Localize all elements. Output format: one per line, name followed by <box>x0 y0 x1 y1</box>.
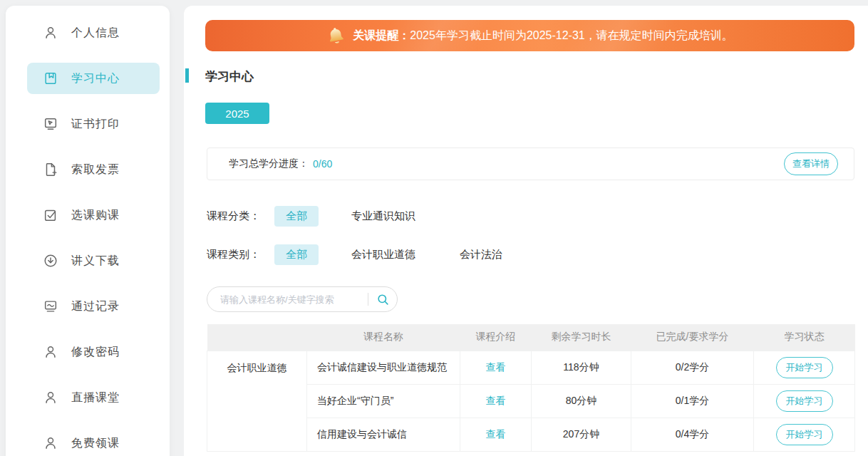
progress-value: 0/60 <box>313 158 332 170</box>
column-header <box>207 324 307 351</box>
study-status-cell: 开始学习 <box>754 418 855 451</box>
course-intro-cell: 查看 <box>460 418 532 451</box>
book-icon <box>43 70 60 87</box>
page-title: 学习中心 <box>205 68 254 85</box>
filter-option[interactable]: 全部 <box>274 206 319 227</box>
sidebar-item-certificate-print[interactable]: 证书打印 <box>27 101 160 147</box>
sidebar-item-handout-download[interactable]: 讲义下载 <box>27 238 160 284</box>
sidebar: 个人信息学习中心证书打印索取发票选课购课讲义下载通过记录修改密码直播课堂免费领课 <box>6 6 170 456</box>
sidebar-item-label: 索取发票 <box>71 162 120 177</box>
table-header-row: 课程名称课程介绍剩余学习时长已完成/要求学分学习状态 <box>207 324 855 351</box>
main-content: 关课提醒： 2025年学习截止时间为2025-12-31，请在规定时间内完成培训… <box>184 6 868 456</box>
filter-option[interactable]: 全部 <box>274 244 319 265</box>
title-accent-bar <box>185 68 189 83</box>
sidebar-item-free-courses[interactable]: 免费领课 <box>27 420 160 456</box>
user-icon <box>43 343 60 361</box>
sidebar-item-label: 修改密码 <box>71 345 120 360</box>
view-intro-link[interactable]: 查看 <box>486 361 506 373</box>
course-name-cell: 信用建设与会计诚信 <box>307 418 460 451</box>
progress-label: 学习总学分进度： <box>229 157 309 170</box>
table-row: 会计职业道德会计诚信建设与职业道德规范查看118分钟0/2学分开始学习 <box>207 351 855 384</box>
sidebar-item-live-classroom[interactable]: 直播课堂 <box>27 375 160 420</box>
course-intro-cell: 查看 <box>460 384 532 418</box>
view-intro-link[interactable]: 查看 <box>486 395 506 406</box>
remaining-time-cell: 207分钟 <box>532 418 631 451</box>
credits-cell: 0/2学分 <box>631 351 754 384</box>
sidebar-item-label: 个人信息 <box>71 26 120 41</box>
bell-icon <box>325 24 347 46</box>
sidebar-item-label: 学习中心 <box>71 71 120 86</box>
sidebar-item-course-purchase[interactable]: 选课购课 <box>27 192 160 238</box>
filter-course-type: 课程类别：全部会计职业道德会计法治 <box>207 244 535 265</box>
column-header: 课程名称 <box>307 324 460 351</box>
course-intro-cell: 查看 <box>460 351 532 384</box>
search-icon[interactable] <box>368 293 397 306</box>
credits-cell: 0/4学分 <box>631 418 754 451</box>
filter-option[interactable]: 会计法治 <box>448 244 514 265</box>
user-icon <box>43 24 60 41</box>
filter-option[interactable]: 专业通识知识 <box>340 206 427 227</box>
sidebar-item-label: 通过记录 <box>71 299 120 314</box>
remaining-time-cell: 118分钟 <box>532 351 631 384</box>
sidebar-item-request-invoice[interactable]: 索取发票 <box>27 147 160 192</box>
view-details-button[interactable]: 查看详情 <box>784 152 838 175</box>
download-icon <box>43 252 60 269</box>
start-study-button[interactable]: 开始学习 <box>776 390 833 412</box>
sidebar-item-label: 讲义下载 <box>71 254 120 269</box>
remaining-time-cell: 80分钟 <box>532 384 631 418</box>
column-header: 学习状态 <box>754 324 855 351</box>
course-name-cell: 会计诚信建设与职业道德规范 <box>307 351 460 384</box>
credits-cell: 0/1学分 <box>631 384 754 418</box>
table-body: 会计职业道德会计诚信建设与职业道德规范查看118分钟0/2学分开始学习当好企业“… <box>207 351 855 451</box>
filter-course-category: 课程分类：全部专业通识知识 <box>207 205 448 227</box>
record-icon <box>43 298 60 315</box>
filter-label: 课程类别： <box>207 248 260 261</box>
course-name-cell: 当好企业“守门员” <box>307 384 460 418</box>
year-tab-2025[interactable]: 2025 <box>205 103 269 124</box>
checkbox-icon <box>43 207 60 224</box>
category-cell: 会计职业道德 <box>207 351 307 451</box>
sidebar-item-label: 直播课堂 <box>71 390 120 405</box>
banner-title: 关课提醒： <box>353 28 410 43</box>
page: { "colors": { "accent_teal": "#2ab5c6", … <box>0 0 868 456</box>
filter-label: 课程分类： <box>207 209 260 223</box>
sidebar-item-label: 免费领课 <box>71 436 120 451</box>
course-table: 课程名称课程介绍剩余学习时长已完成/要求学分学习状态 会计职业道德会计诚信建设与… <box>207 324 855 452</box>
certificate-icon <box>43 115 60 133</box>
column-header: 课程介绍 <box>460 324 532 351</box>
course-search-box <box>207 286 398 312</box>
start-study-button[interactable]: 开始学习 <box>776 357 833 378</box>
view-intro-link[interactable]: 查看 <box>486 428 506 440</box>
study-status-cell: 开始学习 <box>754 351 855 384</box>
banner-text: 2025年学习截止时间为2025-12-31，请在规定时间内完成培训。 <box>410 28 733 43</box>
user-icon <box>43 435 60 452</box>
column-header: 剩余学习时长 <box>532 324 631 351</box>
sidebar-item-personal-info[interactable]: 个人信息 <box>27 10 160 56</box>
course-closing-notice-banner: 关课提醒： 2025年学习截止时间为2025-12-31，请在规定时间内完成培训… <box>205 20 854 51</box>
search-input[interactable] <box>207 294 368 305</box>
sidebar-item-label: 选课购课 <box>71 208 120 223</box>
credit-progress-card: 学习总学分进度： 0/60 查看详情 <box>207 147 854 180</box>
sidebar-item-label: 证书打印 <box>71 117 120 132</box>
invoice-icon <box>43 161 60 178</box>
study-status-cell: 开始学习 <box>754 384 855 418</box>
sidebar-item-pass-records[interactable]: 通过记录 <box>27 284 160 329</box>
sidebar-item-change-password[interactable]: 修改密码 <box>27 329 160 375</box>
column-header: 已完成/要求学分 <box>631 324 754 351</box>
user-icon <box>43 389 60 406</box>
start-study-button[interactable]: 开始学习 <box>776 424 833 445</box>
sidebar-item-study-center[interactable]: 学习中心 <box>27 63 160 94</box>
filter-option[interactable]: 会计职业道德 <box>340 244 427 265</box>
